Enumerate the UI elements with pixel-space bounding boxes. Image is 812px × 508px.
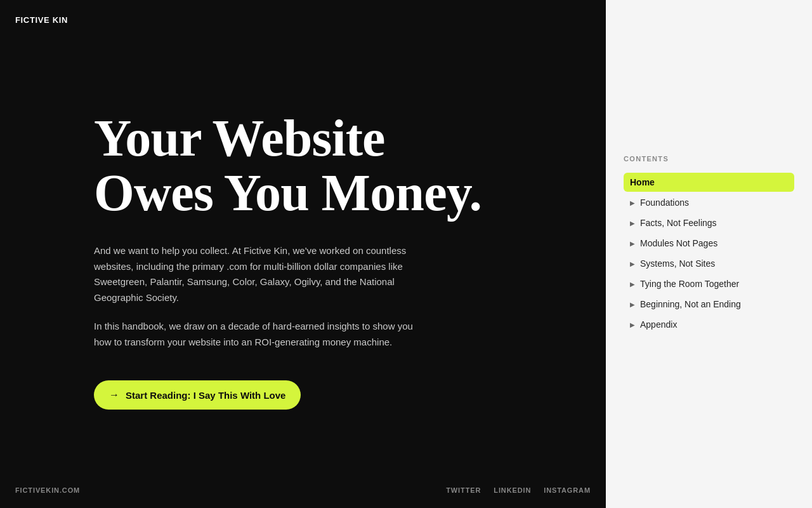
nav-item-systems[interactable]: ▶ Systems, Not Sites: [624, 254, 794, 273]
start-reading-button[interactable]: → Start Reading: I Say This With Love: [94, 380, 301, 410]
chevron-beginning: ▶: [630, 301, 635, 308]
chevron-appendix: ▶: [630, 321, 635, 328]
nav-item-facts-label: Facts, Not Feelings: [640, 218, 788, 228]
contents-label: CONTENTS: [624, 155, 794, 163]
chevron-facts: ▶: [630, 220, 635, 227]
top-bar: FICTIVE KIN: [0, 0, 83, 39]
nav-item-foundations[interactable]: ▶ Foundations: [624, 193, 794, 212]
chevron-systems: ▶: [630, 260, 635, 267]
sidebar: CONTENTS Home ▶ Foundations ▶ Facts, Not…: [606, 0, 812, 508]
headline: Your Website Owes You Money.: [94, 111, 512, 220]
nav-item-appendix-label: Appendix: [640, 319, 788, 330]
nav-item-beginning[interactable]: ▶ Beginning, Not an Ending: [624, 295, 794, 314]
hero-section: Your Website Owes You Money. And we want…: [0, 13, 606, 508]
headline-line1: Your Website: [94, 109, 385, 167]
main-content: FICTIVE KIN Your Website Owes You Money.…: [0, 0, 606, 508]
body-paragraph-1: And we want to help you collect. At Fict…: [94, 243, 430, 306]
nav-item-appendix[interactable]: ▶ Appendix: [624, 315, 794, 334]
twitter-link[interactable]: TWITTER: [446, 486, 481, 494]
nav-item-systems-label: Systems, Not Sites: [640, 258, 788, 269]
sidebar-top-space: [606, 0, 812, 140]
contents-section: CONTENTS Home ▶ Foundations ▶ Facts, Not…: [606, 140, 812, 508]
footer-links: TWITTER LINKEDIN INSTAGRAM: [446, 486, 591, 494]
nav-item-foundations-label: Foundations: [640, 197, 788, 208]
body-text: And we want to help you collect. At Fict…: [94, 243, 430, 351]
nav-item-beginning-label: Beginning, Not an Ending: [640, 299, 788, 309]
chevron-foundations: ▶: [630, 199, 635, 206]
chevron-tying: ▶: [630, 281, 635, 288]
nav-list: Home ▶ Foundations ▶ Facts, Not Feelings…: [624, 173, 794, 334]
nav-item-modules[interactable]: ▶ Modules Not Pages: [624, 234, 794, 253]
nav-item-facts[interactable]: ▶ Facts, Not Feelings: [624, 213, 794, 232]
nav-item-tying[interactable]: ▶ Tying the Room Together: [624, 274, 794, 293]
nav-item-home[interactable]: Home: [624, 173, 794, 192]
nav-item-home-label: Home: [630, 177, 788, 187]
footer: FICTIVEKIN.COM TWITTER LINKEDIN INSTAGRA…: [0, 472, 606, 508]
logo: FICTIVE KIN: [15, 15, 68, 25]
arrow-icon: →: [109, 389, 119, 401]
headline-line2: Owes You Money.: [94, 164, 481, 222]
chevron-modules: ▶: [630, 240, 635, 247]
linkedin-link[interactable]: LINKEDIN: [494, 486, 531, 494]
body-paragraph-2: In this handbook, we draw on a decade of…: [94, 319, 430, 351]
nav-item-tying-label: Tying the Room Together: [640, 279, 788, 289]
nav-item-modules-label: Modules Not Pages: [640, 238, 788, 248]
cta-label-bold: Start Reading: I Say This With Love: [126, 390, 285, 401]
instagram-link[interactable]: INSTAGRAM: [544, 486, 591, 494]
footer-domain: FICTIVEKIN.COM: [15, 486, 80, 494]
